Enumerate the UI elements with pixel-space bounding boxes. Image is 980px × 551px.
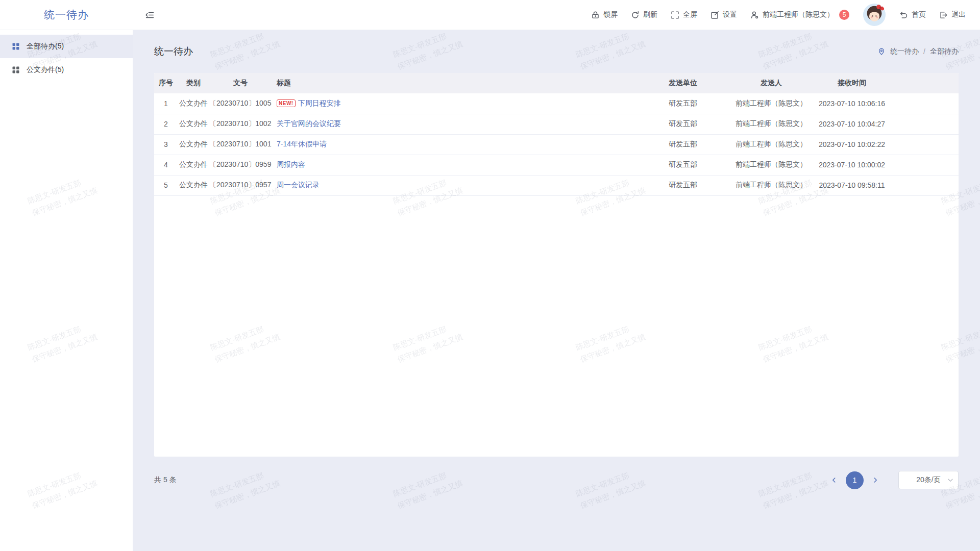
cell-sender: 前端工程师（陈思文） — [729, 175, 814, 195]
table-row: 4公文办件〔20230710〕095915号周报内容研发五部前端工程师（陈思文）… — [154, 155, 959, 175]
app-logo: 统一待办 — [0, 0, 133, 30]
cell-title: 7-14年休假申请 — [272, 134, 637, 155]
logout-icon — [939, 11, 948, 19]
sidebar-item-label: 公文办件(5) — [27, 65, 64, 74]
table-row: 1公文办件〔20230710〕100551号NEW!下周日程安排研发五部前端工程… — [154, 93, 959, 114]
table-body: 1公文办件〔20230710〕100551号NEW!下周日程安排研发五部前端工程… — [154, 93, 959, 195]
chevron-down-icon — [947, 477, 954, 485]
logout-button[interactable]: 退出 — [939, 10, 966, 19]
cell-send-unit: 研发五部 — [637, 134, 729, 155]
title-link[interactable]: 周一会议记录 — [277, 181, 320, 189]
avatar[interactable] — [863, 3, 886, 27]
chevron-left-icon — [830, 477, 838, 484]
table-header-row: 序号类别文号标题发送单位发送人接收时间 — [154, 73, 959, 93]
cell-send-unit: 研发五部 — [637, 114, 729, 134]
cell-doc-no: 〔20230710〕100258号 — [209, 114, 272, 134]
topbar: 锁屏 刷新 全屏 设置 前端工程师（陈思文） 5 — [133, 0, 980, 30]
cell-received-time: 2023-07-10 09:58:11 — [814, 175, 890, 195]
topbar-actions: 锁屏 刷新 全屏 设置 前端工程师（陈思文） 5 — [591, 3, 966, 27]
title-link[interactable]: 周报内容 — [277, 160, 305, 168]
cell-spacer — [890, 155, 959, 175]
lock-screen-label: 锁屏 — [603, 10, 618, 19]
page-size-select[interactable]: 20条/页 — [898, 471, 959, 489]
lock-icon — [591, 11, 600, 19]
sidebar-menu: 全部待办(5) 公文办件(5) — [0, 30, 133, 82]
breadcrumb-separator: / — [923, 47, 925, 56]
column-header: 类别 — [178, 73, 209, 93]
fullscreen-button[interactable]: 全屏 — [671, 10, 697, 19]
logout-label: 退出 — [951, 10, 966, 19]
title-link[interactable]: 7-14年休假申请 — [277, 140, 327, 148]
cell-title: 关于官网的会议纪要 — [272, 114, 637, 134]
location-pin-icon — [877, 47, 886, 56]
column-header: 发送人 — [729, 73, 814, 93]
cell-spacer — [890, 114, 959, 134]
table-row: 2公文办件〔20230710〕100258号关于官网的会议纪要研发五部前端工程师… — [154, 114, 959, 134]
sidebar-item-label: 全部待办(5) — [27, 42, 64, 51]
prev-page-button[interactable] — [826, 472, 842, 488]
table-row: 5公文办件〔20230710〕095729号周一会议记录研发五部前端工程师（陈思… — [154, 175, 959, 195]
cell-send-unit: 研发五部 — [637, 175, 729, 195]
column-header: 接收时间 — [814, 73, 890, 93]
sidebar-collapse-button[interactable] — [145, 10, 155, 20]
cell-doc-no: 〔20230710〕100551号 — [209, 93, 272, 114]
todo-table-card: 序号类别文号标题发送单位发送人接收时间 1公文办件〔20230710〕10055… — [154, 73, 959, 457]
page-number-button[interactable]: 1 — [846, 471, 864, 489]
cell-index: 4 — [154, 155, 178, 175]
cell-spacer — [890, 93, 959, 114]
breadcrumb: 统一待办 / 全部待办 — [877, 47, 959, 56]
user-icon — [750, 11, 759, 19]
cell-received-time: 2023-07-10 10:04:27 — [814, 114, 890, 134]
todo-table: 序号类别文号标题发送单位发送人接收时间 1公文办件〔20230710〕10055… — [154, 73, 959, 196]
user-info[interactable]: 前端工程师（陈思文） 5 — [750, 10, 849, 20]
cell-doc-no: 〔20230710〕095729号 — [209, 175, 272, 195]
cell-category: 公文办件 — [178, 175, 209, 195]
home-label: 首页 — [912, 10, 926, 19]
breadcrumb-item[interactable]: 统一待办 — [890, 47, 919, 56]
sidebar-item-all-todo[interactable]: 全部待办(5) — [0, 35, 133, 58]
column-header-spacer — [890, 73, 959, 93]
cell-category: 公文办件 — [178, 93, 209, 114]
pagination: 1 20条/页 — [826, 471, 959, 489]
content: 统一待办 统一待办 / 全部待办 序号类别文 — [133, 30, 980, 551]
content-head: 统一待办 统一待办 / 全部待办 — [154, 30, 959, 73]
sidebar-item-document-work[interactable]: 公文办件(5) — [0, 58, 133, 82]
column-header: 文号 — [209, 73, 272, 93]
lock-screen-button[interactable]: 锁屏 — [591, 10, 618, 19]
cell-sender: 前端工程师（陈思文） — [729, 114, 814, 134]
home-button[interactable]: 首页 — [899, 10, 926, 19]
breadcrumb-item: 全部待办 — [930, 47, 959, 56]
column-header: 标题 — [272, 73, 637, 93]
cell-sender: 前端工程师（陈思文） — [729, 93, 814, 114]
next-page-button[interactable] — [868, 472, 883, 488]
title-link[interactable]: 下周日程安排 — [298, 99, 341, 107]
refresh-button[interactable]: 刷新 — [631, 10, 657, 19]
cell-index: 1 — [154, 93, 178, 114]
user-name: 前端工程师（陈思文） — [763, 10, 834, 19]
cell-spacer — [890, 175, 959, 195]
cell-spacer — [890, 134, 959, 155]
cell-sender: 前端工程师（陈思文） — [729, 134, 814, 155]
total-count: 共 5 条 — [154, 475, 177, 485]
back-home-icon — [899, 11, 908, 19]
new-badge: NEW! — [277, 99, 296, 107]
cell-category: 公文办件 — [178, 114, 209, 134]
cell-received-time: 2023-07-10 10:06:16 — [814, 93, 890, 114]
fullscreen-label: 全屏 — [683, 10, 697, 19]
cell-index: 5 — [154, 175, 178, 195]
refresh-icon — [631, 11, 640, 19]
grid-icon — [12, 42, 20, 51]
grid-icon — [12, 66, 20, 74]
notification-badge[interactable]: 5 — [839, 10, 849, 20]
table-row: 3公文办件〔20230710〕100126号7-14年休假申请研发五部前端工程师… — [154, 134, 959, 155]
settings-label: 设置 — [723, 10, 737, 19]
fullscreen-icon — [671, 11, 679, 19]
column-header: 序号 — [154, 73, 178, 93]
settings-button[interactable]: 设置 — [710, 10, 737, 19]
cell-index: 3 — [154, 134, 178, 155]
page-size-value: 20条/页 — [916, 475, 940, 485]
cell-received-time: 2023-07-10 10:00:02 — [814, 155, 890, 175]
cell-received-time: 2023-07-10 10:02:22 — [814, 134, 890, 155]
table-footer: 共 5 条 1 20条/页 — [154, 471, 959, 489]
title-link[interactable]: 关于官网的会议纪要 — [277, 119, 341, 128]
